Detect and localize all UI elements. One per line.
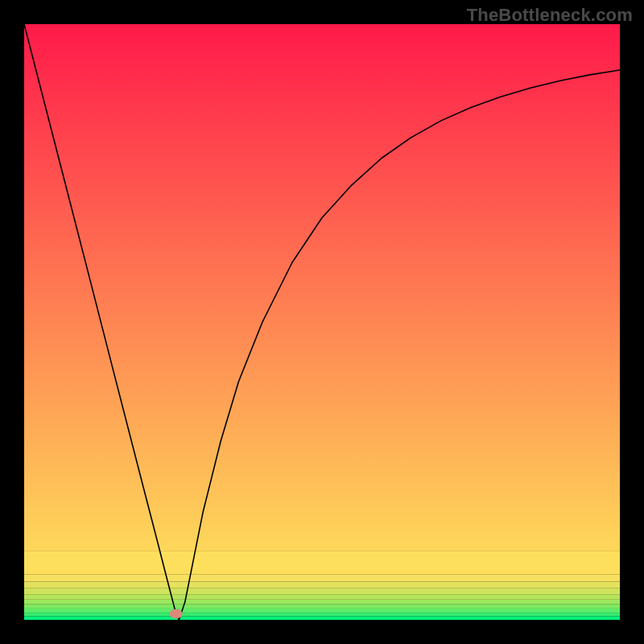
gradient-band-2 bbox=[24, 609, 620, 613]
gradient-band-4 bbox=[24, 600, 620, 605]
gradient-band-7 bbox=[24, 582, 620, 588]
gradient-band-3 bbox=[24, 605, 620, 609]
gradient-band-10 bbox=[24, 24, 620, 551]
gradient-band-6 bbox=[24, 588, 620, 594]
gradient-band-1 bbox=[24, 613, 620, 616]
chart-container: TheBottleneck.com bbox=[0, 0, 644, 644]
minimum-marker bbox=[170, 609, 183, 619]
gradient-band-9 bbox=[24, 551, 620, 575]
gradient-band-8 bbox=[24, 575, 620, 582]
plot-area bbox=[24, 24, 620, 620]
watermark: TheBottleneck.com bbox=[467, 5, 633, 26]
gradient-band-5 bbox=[24, 594, 620, 600]
gradient-band-0 bbox=[24, 617, 620, 620]
chart-svg bbox=[24, 24, 620, 620]
